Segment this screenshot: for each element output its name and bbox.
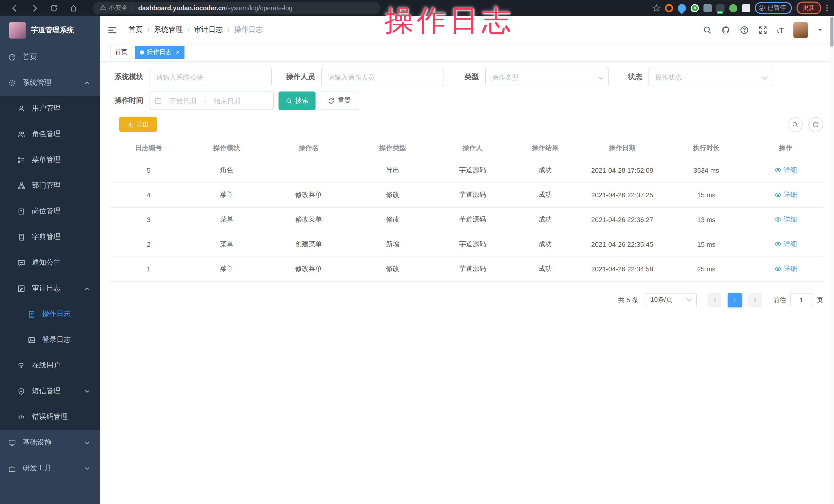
warning-icon	[100, 4, 106, 12]
current-page[interactable]: 1	[728, 293, 742, 307]
github-icon[interactable]	[722, 25, 730, 34]
col-module: 操作模块	[187, 138, 267, 158]
col-name: 操作名	[267, 138, 351, 158]
sidebar-item-audit-log[interactable]: 审计日志	[0, 276, 100, 301]
extension-green-icon[interactable]: v	[691, 4, 699, 12]
sidebar-item-dev-tools[interactable]: 研发工具	[0, 455, 100, 481]
goto-page-input[interactable]	[790, 293, 812, 307]
sidebar-item-label: 审计日志	[32, 284, 61, 293]
menu-list-icon	[18, 156, 25, 164]
breadcrumb-system[interactable]: 系统管理	[154, 25, 183, 35]
sidebar-item-system[interactable]: 系统管理	[0, 70, 100, 95]
detail-link[interactable]: 详细	[774, 215, 797, 224]
help-icon[interactable]	[740, 25, 749, 34]
sidebar-item-posts[interactable]: 岗位管理	[0, 198, 100, 224]
eye-icon	[774, 166, 782, 174]
date-range-picker[interactable]: -	[150, 91, 274, 110]
browser-menu-icon[interactable]	[826, 5, 828, 11]
sidebar-item-roles[interactable]: 角色管理	[0, 121, 100, 147]
sidebar-item-label: 登录日志	[42, 335, 71, 344]
user-avatar[interactable]	[793, 22, 808, 38]
sidebar-item-online-users[interactable]: 在线用户	[0, 353, 100, 378]
sidebar-submenu-system: 用户管理 角色管理 菜单管理 部门管理 岗位管理	[0, 95, 100, 430]
sidebar-item-sms[interactable]: 短信管理	[0, 378, 100, 404]
sidebar-item-dict[interactable]: 字典管理	[0, 224, 100, 250]
sidebar-item-users[interactable]: 用户管理	[0, 95, 100, 121]
detail-link[interactable]: 详细	[774, 239, 797, 248]
paused-label: 已暂停	[768, 4, 786, 12]
breadcrumb-home[interactable]: 首页	[129, 25, 143, 35]
search-icon[interactable]	[703, 25, 712, 34]
filter-row-1: 系统模块 操作人员 类型 状态	[110, 68, 823, 86]
paused-extension-badge[interactable]: 😜 已暂停	[755, 2, 792, 14]
sidebar-item-operate-log[interactable]: 操作日志	[0, 301, 100, 327]
operator-input[interactable]	[321, 68, 443, 86]
sidebar-item-home[interactable]: 首页	[0, 44, 100, 70]
app-logo-row[interactable]: 芋道管理系统	[0, 16, 100, 44]
sidebar-item-login-log[interactable]: 登录日志	[0, 327, 100, 353]
message-icon	[18, 259, 25, 266]
tag-operate-log[interactable]: 操作日志 ×	[135, 45, 184, 59]
start-date-input[interactable]	[164, 97, 202, 105]
sidebar-item-notice[interactable]: 通知公告	[0, 250, 100, 276]
fullscreen-icon[interactable]	[759, 25, 767, 34]
back-icon[interactable]	[11, 4, 19, 12]
shield-icon	[18, 387, 25, 395]
hamburger-icon[interactable]	[107, 25, 117, 35]
detail-link[interactable]: 详细	[774, 264, 797, 273]
extension-leaf-icon[interactable]	[729, 4, 738, 12]
scrollbar-track[interactable]	[830, 16, 834, 504]
col-duration: 执行时长	[664, 138, 748, 158]
page-size-select[interactable]	[645, 293, 697, 307]
sidebar-item-menus[interactable]: 菜单管理	[0, 147, 100, 173]
end-date-input[interactable]	[208, 97, 246, 105]
extensions-puzzle-icon[interactable]	[742, 4, 750, 12]
on-badge: on	[717, 10, 723, 14]
filter-row-2: 操作时间 - 搜索 重置	[110, 91, 823, 110]
divider	[133, 4, 133, 12]
extension-gray-icon[interactable]	[704, 4, 712, 12]
extension-drop-icon[interactable]	[676, 2, 688, 14]
prev-page-button[interactable]	[708, 293, 722, 307]
address-bar[interactable]: 不安全 dashboard.yudao.iocoder.cn/system/lo…	[92, 2, 380, 14]
bookmark-star-icon[interactable]	[653, 4, 661, 12]
status-label: 状态	[628, 72, 642, 82]
font-size-icon[interactable]: tT	[777, 25, 784, 34]
extension-orange-icon[interactable]	[665, 4, 674, 12]
sidebar-item-error-codes[interactable]: 错误码管理	[0, 404, 100, 430]
next-page-button[interactable]	[748, 293, 762, 307]
sidebar-item-depts[interactable]: 部门管理	[0, 173, 100, 198]
breadcrumb-audit-log[interactable]: 审计日志	[194, 25, 223, 35]
sidebar-item-label: 在线用户	[32, 361, 61, 370]
search-button[interactable]: 搜索	[279, 91, 315, 110]
sidebar-item-infra[interactable]: 基础设施	[0, 430, 100, 455]
breadcrumb-separator: /	[188, 26, 190, 34]
table-header-row: 日志编号 操作模块 操作名 操作类型 操作人 操作结果 操作日期 执行时长 操作	[110, 138, 823, 158]
reload-icon[interactable]	[50, 4, 58, 12]
table-row: 1 菜单 修改菜单 修改 芋道源码 成功 2021-04-26 22:34:58…	[110, 257, 823, 281]
detail-link[interactable]: 详细	[774, 190, 797, 199]
eye-icon	[774, 216, 782, 223]
detail-link[interactable]: 详细	[774, 165, 797, 175]
export-button[interactable]: 导出	[119, 117, 157, 132]
close-icon[interactable]: ×	[176, 49, 180, 56]
app-title: 芋道管理系统	[31, 25, 74, 35]
operate-log-table: 日志编号 操作模块 操作名 操作类型 操作人 操作结果 操作日期 执行时长 操作	[110, 138, 823, 281]
module-input[interactable]	[150, 68, 272, 86]
tag-home[interactable]: 首页	[110, 45, 132, 59]
role-icon	[18, 130, 25, 138]
status-select[interactable]	[649, 68, 772, 86]
type-select[interactable]	[485, 68, 609, 86]
scrollbar-thumb[interactable]	[830, 17, 833, 47]
refresh-button[interactable]	[808, 117, 823, 132]
sidebar: 芋道管理系统 首页 系统管理 用户管理 角色管理	[0, 16, 100, 504]
chevron-down-icon	[84, 440, 90, 445]
show-search-button[interactable]	[788, 117, 803, 132]
reset-button[interactable]: 重置	[321, 91, 358, 110]
forward-icon[interactable]	[30, 4, 39, 12]
home-icon[interactable]	[69, 4, 78, 12]
caret-down-icon[interactable]	[817, 27, 823, 32]
chrome-update-button[interactable]: 更新	[796, 2, 821, 15]
url-text: dashboard.yudao.iocoder.cn/system/log/op…	[138, 4, 292, 12]
extension-switch-icon[interactable]: on	[717, 4, 725, 12]
